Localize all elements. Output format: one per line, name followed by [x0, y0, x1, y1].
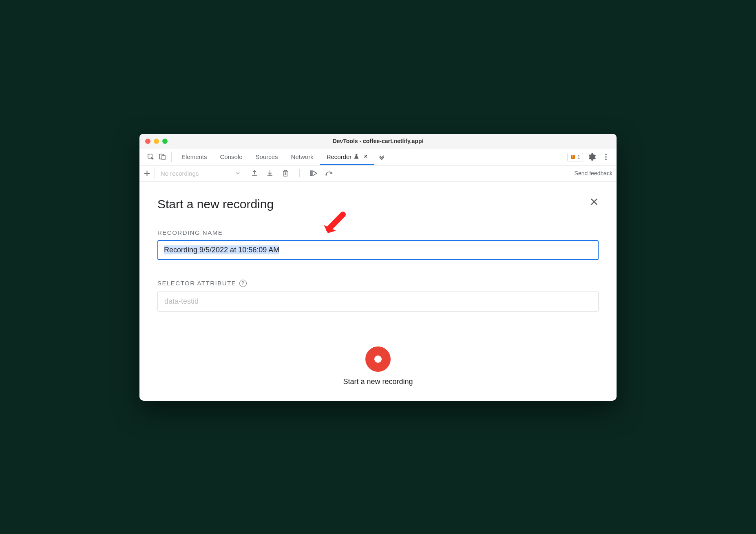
replay-icon[interactable] — [309, 168, 318, 178]
more-menu-icon[interactable] — [601, 152, 611, 162]
page-title: Start a new recording — [157, 197, 599, 211]
recordings-dropdown[interactable]: No recordings — [158, 170, 243, 177]
send-feedback-link[interactable]: Send feedback — [575, 170, 612, 177]
inspect-element-icon[interactable] — [146, 152, 156, 162]
maximize-window-button[interactable] — [162, 139, 168, 144]
footer: Start a new recording — [157, 335, 599, 401]
svg-point-5 — [605, 154, 607, 155]
traffic-lights — [139, 139, 168, 144]
close-window-button[interactable] — [145, 139, 150, 144]
recorder-content: Start a new recording RECORDING NAME Rec… — [139, 182, 617, 401]
tab-console[interactable]: Console — [214, 149, 249, 165]
window-title: DevTools - coffee-cart.netlify.app/ — [139, 138, 617, 144]
svg-text:!: ! — [572, 154, 573, 159]
tab-sources[interactable]: Sources — [249, 149, 285, 165]
devtools-window: DevTools - coffee-cart.netlify.app/ Elem… — [139, 134, 617, 401]
svg-point-7 — [605, 159, 607, 160]
export-icon[interactable] — [250, 168, 259, 178]
start-recording-label: Start a new recording — [343, 377, 413, 386]
replay-settings-icon[interactable] — [324, 168, 334, 178]
import-icon[interactable] — [265, 168, 275, 178]
issues-count: 1 — [577, 154, 580, 160]
issues-badge[interactable]: ! 1 — [567, 153, 583, 161]
chevron-down-icon — [235, 171, 240, 176]
device-toolbar-icon[interactable] — [157, 152, 167, 162]
selector-attribute-text-input[interactable] — [164, 297, 592, 306]
titlebar: DevTools - coffee-cart.netlify.app/ — [139, 134, 617, 149]
recorder-toolbar: No recordings Send feedback — [139, 165, 617, 182]
tab-network[interactable]: Network — [285, 149, 320, 165]
warning-icon: ! — [570, 154, 576, 160]
recording-name-input[interactable]: Recording 9/5/2022 at 10:56:09 AM — [157, 240, 599, 260]
svg-point-6 — [605, 156, 607, 158]
tab-recorder[interactable]: Recorder × — [320, 149, 374, 165]
close-panel-icon[interactable] — [590, 197, 599, 206]
close-tab-icon[interactable]: × — [364, 153, 367, 160]
svg-point-9 — [326, 174, 327, 175]
flask-icon — [354, 154, 360, 159]
selector-attribute-label: SELECTOR ATTRIBUTE ? — [157, 280, 599, 287]
recording-name-value: Recording 9/5/2022 at 10:56:09 AM — [164, 245, 279, 254]
start-recording-button[interactable] — [365, 346, 391, 372]
recording-name-label: RECORDING NAME — [157, 229, 599, 236]
selector-attribute-input[interactable] — [157, 291, 599, 312]
tabs-overflow-icon[interactable] — [374, 154, 389, 160]
settings-icon[interactable] — [587, 152, 597, 162]
minimize-window-button[interactable] — [154, 139, 159, 144]
add-recording-button[interactable] — [144, 168, 155, 179]
delete-icon[interactable] — [281, 168, 290, 178]
svg-rect-8 — [310, 171, 312, 176]
svg-rect-2 — [162, 155, 165, 160]
help-icon[interactable]: ? — [239, 280, 247, 287]
selector-attribute-field: SELECTOR ATTRIBUTE ? — [157, 280, 599, 312]
recording-name-field: RECORDING NAME Recording 9/5/2022 at 10:… — [157, 229, 599, 260]
devtools-tabbar: Elements Console Sources Network Recorde… — [139, 149, 617, 165]
tab-elements[interactable]: Elements — [175, 149, 214, 165]
